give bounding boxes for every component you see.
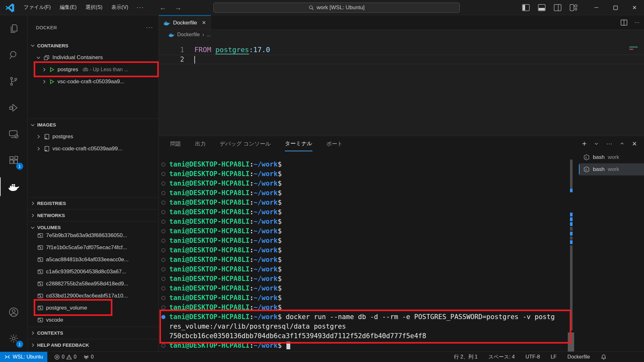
terminal-command-mark <box>570 188 573 192</box>
activity-settings[interactable]: 1 <box>0 325 28 352</box>
notifications-bell-icon[interactable] <box>601 354 607 360</box>
editor-more-actions-icon[interactable]: ··· <box>634 20 640 25</box>
tree-item-volume[interactable]: a5cac88481b3c64af033eeacc0e... <box>28 254 158 266</box>
sidebar-more-actions-icon[interactable]: ··· <box>146 24 153 31</box>
cursor-position-status[interactable]: 行 2、列 1 <box>454 354 478 360</box>
tree-item-volume[interactable]: c1a6c939f520064538d8c03a67... <box>28 266 158 278</box>
maximize-panel-icon[interactable] <box>620 141 624 146</box>
breadcrumb[interactable]: Dockerfile › ... <box>159 30 644 39</box>
volume-icon <box>37 244 44 251</box>
window-close-button[interactable]: ✕ <box>625 0 644 15</box>
menu-file[interactable]: ファイル(F) <box>19 0 55 15</box>
panel-tab-inactive[interactable]: ポート <box>326 136 343 151</box>
section-registries[interactable]: REGISTRIES <box>28 197 158 209</box>
activity-source-control[interactable] <box>0 68 28 94</box>
panel-tab-inactive[interactable]: 出力 <box>195 136 206 151</box>
window-minimize-button[interactable]: ─ <box>587 0 606 15</box>
search-icon <box>9 50 19 60</box>
command-center-search[interactable]: work [WSL: Ubuntu] <box>213 3 460 13</box>
tree-item-image-postgres[interactable]: postgres <box>28 131 158 143</box>
activity-remote-explorer[interactable] <box>0 121 28 147</box>
activity-bar: 1 1 <box>0 15 28 352</box>
new-terminal-icon[interactable]: + <box>582 139 587 148</box>
section-contexts[interactable]: CONTEXTS <box>28 327 158 339</box>
docker-whale-icon <box>8 181 19 193</box>
tree-item-volume[interactable]: postgres_volume <box>28 302 158 314</box>
terminal-tab-bash[interactable]: $bashwork <box>579 163 644 175</box>
terminal-prompt: $ <box>278 245 285 255</box>
more-menus-icon[interactable]: ··· <box>133 0 148 15</box>
terminal-prompt: : <box>250 255 254 264</box>
activity-docker[interactable] <box>0 174 28 200</box>
titlebar: ファイル(F) 編集(E) 選択(S) 表示(V) ··· ← → work [… <box>0 0 644 15</box>
tree-item-container-postgres[interactable]: postgres db - Up Less than ... <box>28 64 158 76</box>
navigate-back-icon[interactable]: ← <box>159 3 166 12</box>
toggle-primary-sidebar-icon[interactable] <box>522 4 530 11</box>
panel-tab-inactive[interactable]: 問題 <box>170 136 181 151</box>
tree-item-volume[interactable]: 7f1e1b0c5ca5e7df075ecac74fcf... <box>28 242 158 254</box>
tab-dockerfile[interactable]: Dockerfile ✕ <box>159 15 211 30</box>
terminal-prompt: $ <box>278 179 285 188</box>
section-help-and-feedback[interactable]: HELP AND FEEDBACK <box>28 339 158 351</box>
code-editor[interactable]: 1 FROM postgres:17.0 2 <box>159 39 644 136</box>
terminal-tab-bash[interactable]: $bashwork <box>579 151 644 163</box>
error-icon <box>54 354 60 360</box>
activity-run-debug[interactable] <box>0 94 28 121</box>
close-panel-icon[interactable]: ✕ <box>632 140 637 147</box>
settings-badge: 1 <box>16 341 23 348</box>
panel-more-actions-icon[interactable]: ··· <box>606 140 612 147</box>
customize-layout-icon[interactable] <box>570 4 577 11</box>
terminal-scrollbar-thumb[interactable] <box>568 332 574 352</box>
navigate-forward-icon[interactable]: → <box>175 3 182 12</box>
split-editor-icon[interactable] <box>621 19 627 26</box>
tree-item-individual-containers[interactable]: Individual Containers <box>28 51 158 64</box>
terminal-prompt: : <box>250 188 254 198</box>
activity-extensions[interactable]: 1 <box>0 147 28 174</box>
terminal-line: tani@DESKTOP-HCPA8LI:~/work$ <box>161 236 579 245</box>
activity-search[interactable] <box>0 42 28 68</box>
terminal-prompt: tani@DESKTOP-HCPA8LI <box>169 217 250 226</box>
eol-status[interactable]: LF <box>551 354 557 360</box>
section-images[interactable]: IMAGES <box>28 119 158 131</box>
tab-close-icon[interactable]: ✕ <box>202 20 206 26</box>
git-branch-icon <box>9 76 19 86</box>
toggle-panel-icon[interactable] <box>538 4 546 11</box>
tree-item-volume[interactable]: cd33bd12900ecfac6eabf517a10... <box>28 290 158 302</box>
bash-terminal-icon: $ <box>583 166 590 173</box>
menu-selection[interactable]: 選択(S) <box>81 0 107 15</box>
indentation-status[interactable]: スペース: 4 <box>488 354 515 360</box>
tree-item-volume[interactable]: 7e5b9b37ba63a9d3f686336050... <box>28 233 158 242</box>
activity-accounts[interactable] <box>0 299 28 325</box>
terminal-command-text: docker run --name db -d --rm -e POSTGRES… <box>286 312 555 322</box>
terminal-prompt: tani@DESKTOP-HCPA8LI <box>169 207 250 217</box>
menu-view[interactable]: 表示(V) <box>107 0 133 15</box>
terminal-prompt: tani@DESKTOP-HCPA8LI <box>169 226 250 236</box>
toggle-secondary-sidebar-icon[interactable] <box>554 4 561 11</box>
section-networks[interactable]: NETWORKS <box>28 209 158 221</box>
tree-item-volume[interactable]: vscode <box>28 314 158 326</box>
tree-item-volume[interactable]: c28882755b2a58ea958d418ed9... <box>28 278 158 290</box>
editor-cursor <box>194 56 195 64</box>
sidebar-title: DOCKER <box>36 25 57 30</box>
menu-edit[interactable]: 編集(E) <box>55 0 81 15</box>
encoding-status[interactable]: UTF-8 <box>526 354 540 360</box>
terminal-dropdown-icon[interactable] <box>594 141 599 146</box>
ports-status[interactable]: 0 <box>84 354 94 360</box>
section-volumes[interactable]: VOLUMES <box>28 221 158 233</box>
terminal-prompt: $ <box>278 198 285 207</box>
problems-status[interactable]: 0 0 <box>54 354 77 360</box>
tree-item-image-vsc[interactable]: vsc-code-craft-c05039aa99... <box>28 143 158 155</box>
language-mode-status[interactable]: Dockerfile <box>567 354 590 360</box>
terminal-content[interactable]: tani@DESKTOP-HCPA8LI:~/work$ tani@DESKTO… <box>159 151 579 352</box>
terminal-prompt: : <box>250 245 254 255</box>
panel-tab-inactive[interactable]: デバッグ コンソール <box>220 136 271 151</box>
remote-indicator[interactable]: WSL: Ubuntu <box>0 352 47 362</box>
panel-tab-active[interactable]: ターミナル <box>285 136 312 151</box>
section-containers[interactable]: CONTAINERS <box>28 39 158 51</box>
prompt-decoration-icon <box>161 334 165 338</box>
tree-item-container-vsc[interactable]: vsc-code-craft-c05039aa9... <box>28 76 158 88</box>
activity-explorer[interactable] <box>0 15 28 42</box>
terminal-command-text-wrapped: res_volume:/var/lib/postgresql/data post… <box>169 322 346 331</box>
extensions-badge: 1 <box>16 163 23 170</box>
window-maximize-button[interactable] <box>606 0 625 15</box>
